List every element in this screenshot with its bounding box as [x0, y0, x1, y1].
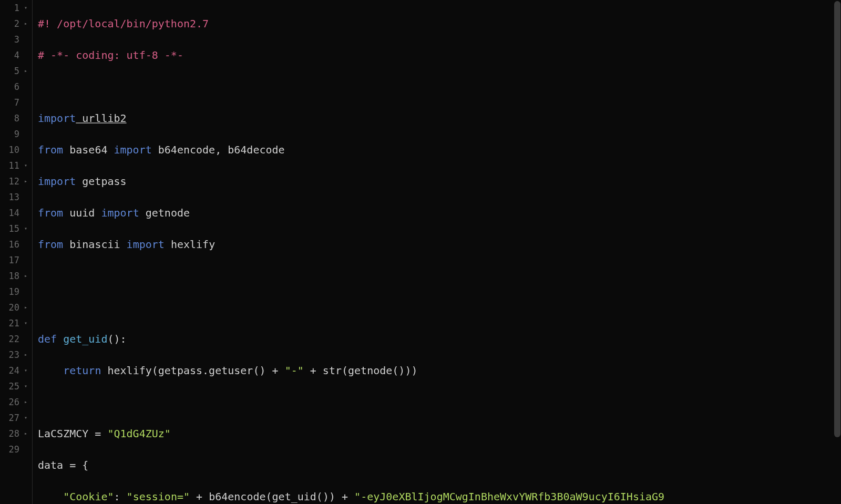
gutter-row[interactable]: 1▾ [0, 0, 29, 16]
gutter-row[interactable]: 23▸ [0, 347, 29, 363]
gutter-row[interactable]: 4 [0, 47, 29, 63]
fold-icon[interactable]: ▾ [23, 363, 29, 378]
gutter-row[interactable]: 7 [0, 95, 29, 110]
code-line[interactable]: return hexlify(getpass.getuser() + "-" +… [38, 363, 841, 378]
gutter-row[interactable]: 14 [0, 205, 29, 221]
code-line[interactable]: LaCSZMCY = "Q1dG4ZUz" [38, 426, 841, 441]
gutter-row[interactable]: 2▸ [0, 16, 29, 32]
code-line[interactable]: data = { [38, 457, 841, 473]
gutter-row[interactable]: 3 [0, 32, 29, 47]
fold-icon[interactable]: ▾ [23, 221, 29, 236]
gutter-row[interactable]: 5▸ [0, 63, 29, 79]
gutter-row[interactable]: 25▾ [0, 378, 29, 394]
code-line[interactable] [38, 394, 841, 410]
scrollbar-thumb[interactable] [834, 1, 840, 437]
code-line[interactable]: from binascii import hexlify [38, 236, 841, 252]
code-area[interactable]: #! /opt/local/bin/python2.7 # -*- coding… [33, 0, 841, 504]
code-line[interactable] [38, 79, 841, 95]
gutter-row[interactable]: 10 [0, 142, 29, 158]
gutter-row[interactable]: 27▾ [0, 410, 29, 426]
gutter-row[interactable]: 29 [0, 441, 29, 457]
gutter-row[interactable]: 8 [0, 110, 29, 126]
line-number-gutter: 1▾ 2▸ 3 4 5▸ 6 7 8 9 10 11▾ 12▸ 13 14 15… [0, 0, 33, 504]
gutter-row[interactable]: 9 [0, 126, 29, 142]
code-line[interactable]: "Cookie": "session=" + b64encode(get_uid… [38, 489, 841, 504]
gutter-row[interactable]: 6 [0, 79, 29, 95]
code-editor: 1▾ 2▸ 3 4 5▸ 6 7 8 9 10 11▾ 12▸ 13 14 15… [0, 0, 841, 504]
fold-icon[interactable]: ▸ [23, 426, 29, 441]
code-line[interactable]: from base64 import b64encode, b64decode [38, 142, 841, 158]
gutter-row[interactable]: 19 [0, 284, 29, 300]
fold-icon[interactable]: ▸ [23, 173, 29, 189]
gutter-row[interactable]: 21▾ [0, 315, 29, 331]
gutter-row[interactable]: 28▸ [0, 426, 29, 441]
fold-icon[interactable]: ▸ [23, 16, 29, 32]
gutter-row[interactable]: 17 [0, 252, 29, 268]
code-line[interactable]: # -*- coding: utf-8 -*- [38, 47, 841, 63]
code-line[interactable]: from uuid import getnode [38, 205, 841, 221]
gutter-row[interactable]: 15▾ [0, 221, 29, 236]
gutter-row[interactable]: 22 [0, 331, 29, 347]
fold-icon[interactable]: ▾ [23, 410, 29, 426]
gutter-row[interactable]: 13 [0, 189, 29, 205]
code-line[interactable] [38, 300, 841, 315]
fold-icon[interactable]: ▾ [23, 0, 29, 16]
code-line[interactable]: import getpass [38, 173, 841, 189]
gutter-row[interactable]: 12▸ [0, 173, 29, 189]
code-line[interactable]: #! /opt/local/bin/python2.7 [38, 16, 841, 32]
code-line[interactable]: def get_uid(): [38, 331, 841, 347]
fold-icon[interactable]: ▾ [23, 315, 29, 331]
gutter-row[interactable]: 11▾ [0, 158, 29, 173]
gutter-row[interactable]: 24▾ [0, 363, 29, 378]
fold-icon[interactable]: ▸ [23, 268, 29, 284]
gutter-row[interactable]: 20▸ [0, 300, 29, 315]
code-line[interactable] [38, 268, 841, 284]
vertical-scrollbar[interactable] [834, 0, 841, 504]
fold-icon[interactable]: ▸ [23, 300, 29, 315]
fold-icon[interactable]: ▸ [23, 63, 29, 79]
fold-icon[interactable]: ▾ [23, 378, 29, 394]
fold-icon[interactable]: ▸ [23, 347, 29, 363]
gutter-row[interactable]: 18▸ [0, 268, 29, 284]
gutter-row[interactable]: 26▸ [0, 394, 29, 410]
code-line[interactable]: import urllib2 [38, 110, 841, 126]
gutter-row[interactable]: 16 [0, 236, 29, 252]
fold-icon[interactable]: ▸ [23, 394, 29, 410]
fold-icon[interactable]: ▾ [23, 158, 29, 173]
